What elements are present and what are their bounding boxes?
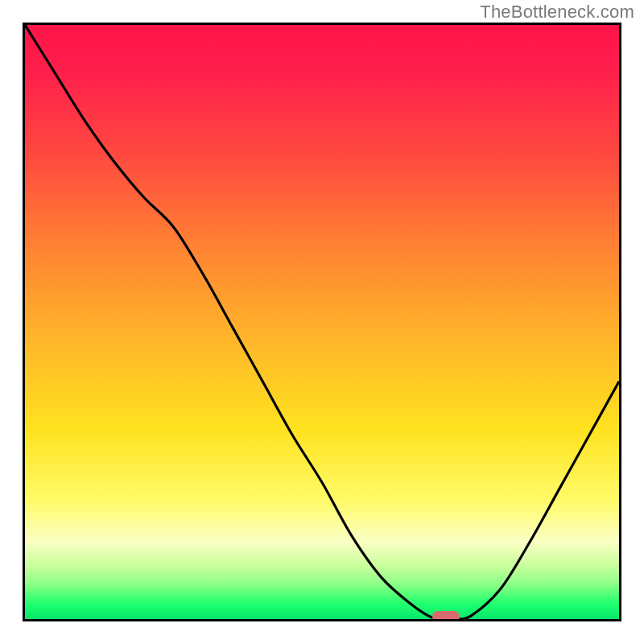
chart-container: TheBottleneck.com [0, 0, 644, 644]
watermark-text: TheBottleneck.com [480, 2, 634, 23]
optimal-marker [432, 611, 460, 621]
bottleneck-curve [25, 25, 619, 619]
curve-svg [25, 25, 619, 619]
plot-area [23, 23, 621, 621]
